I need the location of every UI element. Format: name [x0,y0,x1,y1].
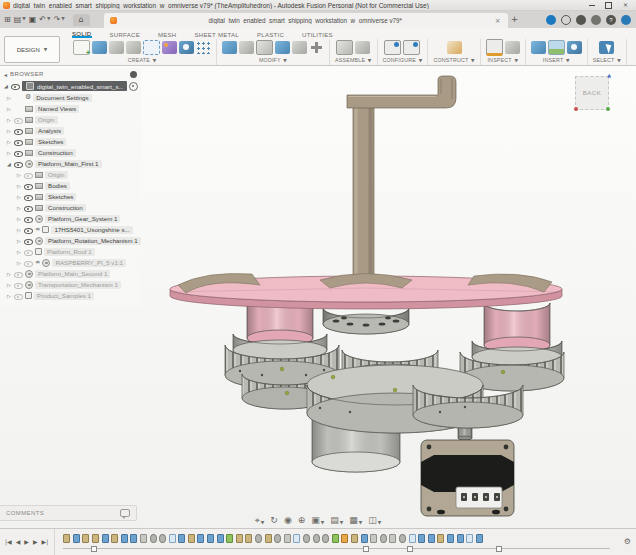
visibility-eye-icon[interactable] [24,259,33,267]
visibility-eye-icon[interactable] [24,193,33,201]
timeline-feature-orange-icon[interactable] [341,534,348,543]
timeline-feature-solid-icon[interactable] [457,534,464,543]
derive-icon[interactable] [143,40,160,55]
group-label-select[interactable]: SELECT ▼ [593,56,621,65]
new-sketch-icon[interactable] [73,40,90,55]
expand-icon[interactable]: ▷ [16,172,22,178]
timeline-feature-solid-icon[interactable] [178,534,185,543]
collapse-browser-icon[interactable]: ◂ [4,71,7,78]
visibility-eye-icon[interactable] [14,149,23,157]
group-label-configure[interactable]: CONFIGURE ▼ [383,56,423,65]
timeline-feature-joint-icon[interactable] [274,534,281,543]
minimize-button[interactable] [584,1,599,10]
expand-icon[interactable]: ▷ [16,205,22,211]
timeline-strip[interactable] [63,529,618,555]
model-platform-disc[interactable] [170,273,562,309]
notifications-icon[interactable] [576,15,586,25]
expand-icon[interactable]: ▷ [16,227,22,233]
pan-icon[interactable]: ⌖▼ [255,516,265,525]
tree-item[interactable]: ▷Construction [0,202,141,213]
user-icon[interactable] [591,15,601,25]
tab-utilities[interactable]: UTILITIES [302,32,333,38]
expand-icon[interactable]: ▷ [6,139,12,145]
timeline-feature-solid-icon[interactable] [73,534,80,543]
timeline-feature-solid-icon[interactable] [102,534,109,543]
expand-icon[interactable]: ▷ [16,249,22,255]
configuration-table-icon[interactable] [403,40,420,55]
insert-derive-icon[interactable] [531,41,546,54]
timeline-feature-solid-icon[interactable] [428,534,435,543]
browser-options-icon[interactable] [130,71,137,78]
timeline-feature-sketch-icon[interactable] [92,534,99,543]
timeline-marker[interactable] [91,546,97,552]
group-label-modify[interactable]: MODIFY ▼ [259,56,287,65]
visibility-eye-icon[interactable] [24,248,33,256]
expand-icon[interactable]: ▷ [16,216,22,222]
step-forward-button[interactable]: ▶ [33,539,38,545]
timeline-feature-sketch-icon[interactable] [111,534,118,543]
joint-icon[interactable] [355,41,370,54]
press-pull-icon[interactable] [222,41,237,54]
timeline-feature-gray-icon[interactable] [389,534,396,543]
timeline-marker[interactable] [407,546,413,552]
document-tab[interactable]: digital_twin_enabled_smart_shipping_work… [104,13,508,28]
timeline-feature-gray-icon[interactable] [370,534,377,543]
move-icon[interactable] [309,41,324,54]
tree-item[interactable]: ▷∞17HS5401_Usongshine s... [0,224,141,235]
group-label-create[interactable]: CREATE ▼ [128,56,157,65]
hole-icon[interactable] [179,41,194,54]
save-button[interactable]: ▣ [29,16,37,24]
timeline-feature-plane-icon[interactable] [466,534,473,543]
timeline-feature-joint-icon[interactable] [313,534,320,543]
pattern-icon[interactable] [196,41,211,54]
measure-icon[interactable] [486,39,503,56]
play-button[interactable]: ▶ [24,539,29,545]
fillet-icon[interactable] [239,41,254,54]
visibility-eye-icon[interactable] [24,171,33,179]
job-status-icon[interactable] [561,15,571,25]
tab-plastic[interactable]: PLASTIC [257,32,284,38]
timeline-feature-solid-icon[interactable] [130,534,137,543]
undo-button[interactable]: ↶▼ [39,16,50,24]
expand-icon[interactable]: ▷ [6,128,12,134]
expand-icon[interactable]: ◢ [3,83,9,89]
new-component-icon[interactable] [336,40,353,55]
timeline-feature-joint-icon[interactable] [399,534,406,543]
expand-icon[interactable]: ▷ [6,95,12,101]
timeline-feature-joint-icon[interactable] [303,534,310,543]
extrude-icon[interactable] [92,41,107,54]
tree-item[interactable]: ▷Platform_Roof 1 [0,246,141,257]
visibility-eye-icon[interactable] [14,127,23,135]
home-tab[interactable]: ⌂ [73,14,90,26]
tree-item[interactable]: ▷Platform_Rotation_Mechanism 1 [0,235,141,246]
split-body-icon[interactable] [292,41,307,54]
timeline-feature-joint-icon[interactable] [380,534,387,543]
expand-icon[interactable]: ▷ [6,282,12,288]
viewport[interactable]: ◂ BROWSER ◢ digital_twin_enabled_smart_s… [0,66,636,528]
tree-item[interactable]: ▷Sketches [0,136,141,147]
expand-icon[interactable]: ▷ [6,150,12,156]
tree-item[interactable]: ▷∞RASPBERRY_PI_5 v1:1 [0,257,141,268]
tree-item[interactable]: ▷Named Views [0,103,141,114]
group-label-assemble[interactable]: ASSEMBLE ▼ [335,56,372,65]
model-pink-cylinder-right[interactable] [484,303,550,353]
comments-bar[interactable]: COMMENTS [0,505,137,521]
expand-icon[interactable]: ▷ [6,293,12,299]
visibility-eye-icon[interactable] [14,116,23,124]
tree-item[interactable]: ▷Bodies [0,180,141,191]
isolate-icon[interactable] [129,82,138,91]
revolve-icon[interactable] [109,41,124,54]
timeline-feature-gray-icon[interactable] [284,534,291,543]
tree-item[interactable]: ▷Origin [0,114,141,125]
redo-button[interactable]: ↷▼ [53,16,64,24]
viewports-icon[interactable]: ◫▼ [368,516,381,525]
workspace-switcher[interactable]: DESIGN ▼ [4,36,60,63]
step-back-button[interactable]: ◀ [16,539,21,545]
look-at-icon[interactable]: ◉ [284,516,292,525]
timeline-feature-sketch-icon[interactable] [63,534,70,543]
visibility-eye-icon[interactable] [14,270,23,278]
expand-icon[interactable]: ▷ [6,117,12,123]
group-label-inspect[interactable]: INSPECT ▼ [487,56,518,65]
visibility-eye-icon[interactable] [24,215,33,223]
timeline-track[interactable] [63,548,610,549]
